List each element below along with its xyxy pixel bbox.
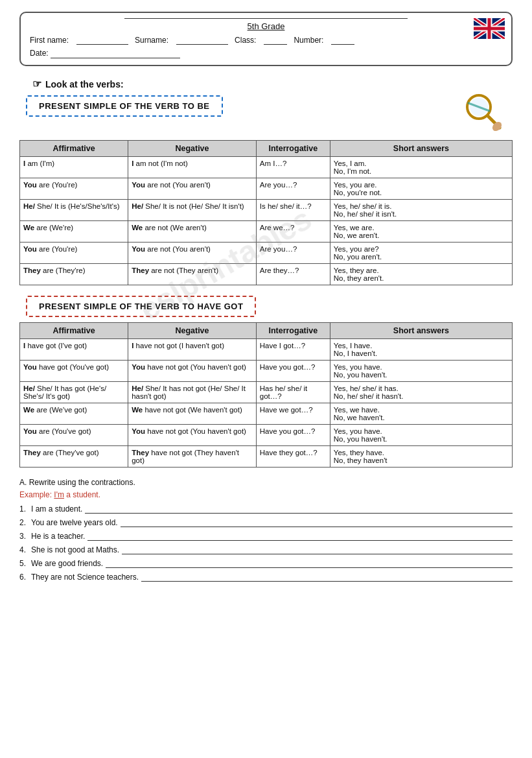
number-label: Number:	[294, 36, 323, 45]
magnify-icon	[459, 89, 506, 136]
to-have-header-interrogative: Interrogative	[256, 323, 330, 339]
date-label: Date:	[30, 49, 49, 58]
date-row: Date:	[30, 49, 502, 58]
list-item: 5. We are good friends.	[19, 559, 513, 568]
date-field[interactable]	[51, 49, 180, 58]
to-have-header-affirmative: Affirmative	[20, 323, 128, 339]
to-be-table: Affirmative Negative Interrogative Short…	[19, 140, 513, 285]
to-be-header-interrogative: Interrogative	[256, 141, 330, 157]
first-name-field[interactable]	[76, 35, 128, 45]
answer-line[interactable]	[106, 559, 513, 568]
answer-line[interactable]	[141, 573, 513, 582]
class-field[interactable]	[264, 35, 287, 45]
example-rest: a student.	[64, 490, 100, 499]
example-contraction: I'm	[54, 490, 64, 499]
answer-line[interactable]	[121, 518, 513, 527]
list-item: 3. He is a teacher.	[19, 532, 513, 541]
list-item: 4. She is not good at Maths.	[19, 545, 513, 554]
first-name-label: First name:	[30, 36, 69, 45]
list-item: 1. I am a student.	[19, 504, 513, 514]
item-number: 2.	[19, 518, 29, 527]
table-row: I have got (I've got)I have not got (I h…	[20, 339, 513, 361]
item-number: 5.	[19, 559, 29, 568]
table-row: You are (You're)You are not (You aren't)…	[20, 243, 513, 264]
to-have-box-label: PRESENT SIMPLE OF THE VERB TO HAVE GOT	[26, 296, 256, 317]
table-row: You are (You're)You are not (You aren't)…	[20, 178, 513, 200]
item-text: They are not Science teachers.	[31, 573, 139, 582]
item-text: He is a teacher.	[31, 532, 85, 541]
table-row: They are (They've got)They have not got …	[20, 446, 513, 468]
list-item: 6. They are not Science teachers.	[19, 573, 513, 582]
answer-line[interactable]	[87, 532, 513, 541]
item-number: 1.	[19, 504, 29, 514]
table-row: I am (I'm)I am not (I'm not)Am I…?Yes, I…	[20, 157, 513, 178]
item-text: You are twelve years old.	[31, 518, 118, 527]
exercise-a-title: A. Rewrite using the contractions.	[19, 478, 513, 487]
to-have-table: Affirmative Negative Interrogative Short…	[19, 322, 513, 468]
list-item: 2. You are twelve years old.	[19, 518, 513, 527]
table-row: They are (They're)They are not (They are…	[20, 264, 513, 285]
item-number: 4.	[19, 545, 29, 554]
answer-line[interactable]	[122, 545, 513, 554]
surname-field[interactable]	[176, 35, 228, 45]
header-box: 5th Grade First name: Surname: Class: Nu…	[19, 12, 513, 66]
to-be-header-negative: Negative	[128, 141, 257, 157]
number-field[interactable]	[331, 35, 354, 45]
item-number: 3.	[19, 532, 29, 541]
exercise-a-example: Example: I'm a student.	[19, 490, 513, 499]
to-have-header-negative: Negative	[128, 323, 257, 339]
item-text: She is not good at Maths.	[31, 545, 119, 554]
table-row: We are (We've got)We have not got (We ha…	[20, 403, 513, 425]
header-fields: First name: Surname: Class: Number:	[30, 35, 502, 45]
to-have-header-short: Short answers	[330, 323, 512, 339]
table-row: He/ She/ It has got (He's/ She's/ It's g…	[20, 382, 513, 403]
header-top-line	[124, 18, 408, 19]
to-be-section: PRESENT SIMPLE OF THE VERB TO BE	[19, 95, 513, 137]
exercise-a-section: A. Rewrite using the contractions. Examp…	[19, 478, 513, 582]
table-row: You are (You've got)You have not got (Yo…	[20, 425, 513, 446]
class-label: Class:	[235, 36, 256, 45]
example-label: Example:	[19, 490, 54, 499]
item-text: I am a student.	[31, 504, 82, 514]
item-text: We are good friends.	[31, 559, 103, 568]
table-row: You have got (You've got)You have not go…	[20, 361, 513, 382]
uk-flag-icon	[474, 18, 505, 39]
surname-label: Surname:	[135, 36, 168, 45]
answer-line[interactable]	[85, 504, 513, 514]
to-be-header-short: Short answers	[330, 141, 512, 157]
exercise-a-list: 1. I am a student. 2. You are twelve yea…	[19, 504, 513, 582]
look-at-verbs-title: ☞ Look at the verbs:	[32, 78, 513, 90]
item-number: 6.	[19, 573, 29, 582]
page-title: 5th Grade	[30, 21, 502, 31]
hand-icon: ☞	[32, 78, 41, 90]
to-be-box-label: PRESENT SIMPLE OF THE VERB TO BE	[26, 95, 223, 117]
table-row: We are (We're)We are not (We aren't)Are …	[20, 221, 513, 243]
table-row: He/ She/ It is (He's/She's/It's)He/ She/…	[20, 200, 513, 221]
to-be-header-affirmative: Affirmative	[20, 141, 128, 157]
